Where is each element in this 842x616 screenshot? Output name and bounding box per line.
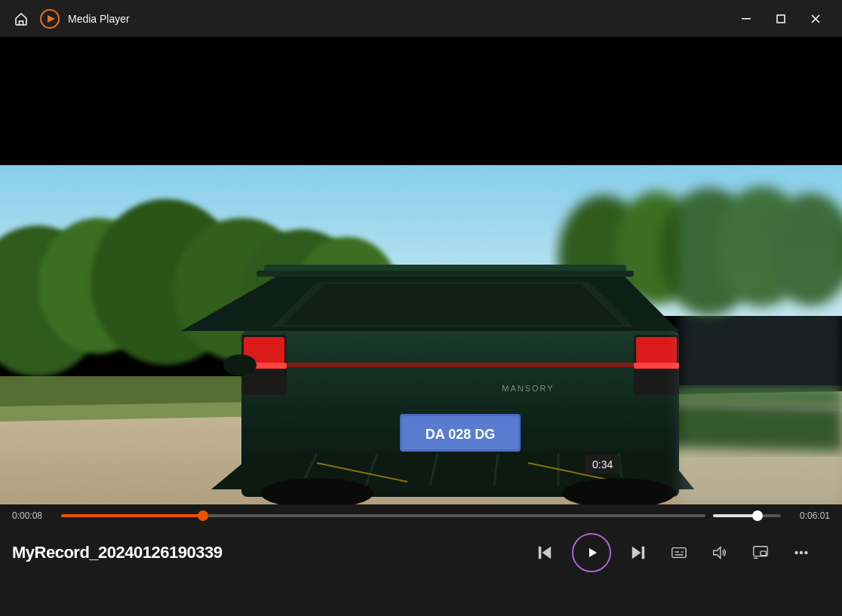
next-button[interactable] xyxy=(625,539,652,566)
miniplayer-button[interactable] xyxy=(747,539,774,566)
home-button[interactable] xyxy=(9,7,33,31)
skip-back-icon xyxy=(534,542,555,563)
progress-track[interactable] xyxy=(61,514,705,517)
svg-point-68 xyxy=(795,552,797,554)
svg-rect-54 xyxy=(679,165,842,504)
progress-thumb[interactable] xyxy=(198,510,208,521)
volume-section xyxy=(713,514,781,517)
svg-marker-58 xyxy=(632,547,641,559)
more-options-icon xyxy=(793,544,810,561)
volume-track[interactable] xyxy=(713,514,781,517)
play-button[interactable] xyxy=(572,533,611,572)
total-time: 0:06:01 xyxy=(788,510,830,521)
svg-text:DA 028 DG: DA 028 DG xyxy=(426,427,495,442)
titlebar: Media Player xyxy=(0,0,842,37)
svg-rect-66 xyxy=(761,551,766,556)
minimize-button[interactable] xyxy=(729,7,764,31)
svg-rect-60 xyxy=(672,548,686,558)
video-letterbox-top xyxy=(0,37,842,165)
svg-text:MANSORY: MANSORY xyxy=(502,384,554,393)
close-icon xyxy=(811,14,820,23)
tooltip-time: 0:34 xyxy=(592,458,613,470)
svg-point-69 xyxy=(801,552,803,554)
miniplayer-icon xyxy=(752,544,769,561)
app-icon xyxy=(39,8,60,29)
volume-button[interactable] xyxy=(706,539,733,566)
volume-fill xyxy=(713,514,757,517)
subtitles-icon xyxy=(671,544,687,561)
svg-point-52 xyxy=(223,354,257,375)
svg-rect-39 xyxy=(287,363,634,367)
svg-point-70 xyxy=(805,552,807,554)
progress-fill xyxy=(61,514,203,517)
volume-icon xyxy=(711,544,728,561)
controls-row: MyRecord_20240126190339 xyxy=(12,524,830,572)
scene-svg: DA 028 DG MANSORY xyxy=(0,165,842,504)
svg-rect-59 xyxy=(642,547,645,559)
playback-controls xyxy=(531,533,815,572)
window-controls xyxy=(729,7,833,31)
minimize-icon xyxy=(742,18,751,20)
time-tooltip: 0:34 xyxy=(585,455,620,473)
restore-icon xyxy=(776,14,785,23)
svg-rect-38 xyxy=(634,363,679,369)
media-player-icon xyxy=(40,9,60,29)
svg-rect-2 xyxy=(742,18,751,20)
app-title: Media Player xyxy=(68,13,729,25)
prev-button[interactable] xyxy=(531,539,558,566)
svg-marker-57 xyxy=(589,548,597,557)
skip-forward-icon xyxy=(628,542,649,563)
svg-marker-55 xyxy=(542,547,552,559)
volume-thumb[interactable] xyxy=(752,510,763,521)
svg-rect-28 xyxy=(257,271,634,277)
svg-rect-36 xyxy=(636,337,677,363)
svg-marker-26 xyxy=(283,284,622,325)
close-button[interactable] xyxy=(798,7,833,31)
current-time: 0:00:08 xyxy=(12,510,54,521)
svg-marker-64 xyxy=(714,547,721,559)
subtitles-button[interactable] xyxy=(665,539,693,566)
home-icon xyxy=(14,11,29,26)
controls-bar: 0:00:08 0:06:01 MyRecord_20240126190339 xyxy=(0,504,842,616)
svg-marker-1 xyxy=(48,15,55,23)
svg-rect-56 xyxy=(539,547,542,559)
progress-row: 0:00:08 0:06:01 xyxy=(12,504,830,524)
svg-rect-3 xyxy=(777,15,785,23)
track-title: MyRecord_20240126190339 xyxy=(12,543,531,562)
more-options-button[interactable] xyxy=(788,539,815,566)
video-area[interactable]: DA 028 DG MANSORY xyxy=(0,37,842,504)
video-frame: DA 028 DG MANSORY xyxy=(0,37,842,504)
restore-button[interactable] xyxy=(764,7,798,31)
play-icon xyxy=(583,544,600,561)
video-scene: DA 028 DG MANSORY xyxy=(0,165,842,504)
